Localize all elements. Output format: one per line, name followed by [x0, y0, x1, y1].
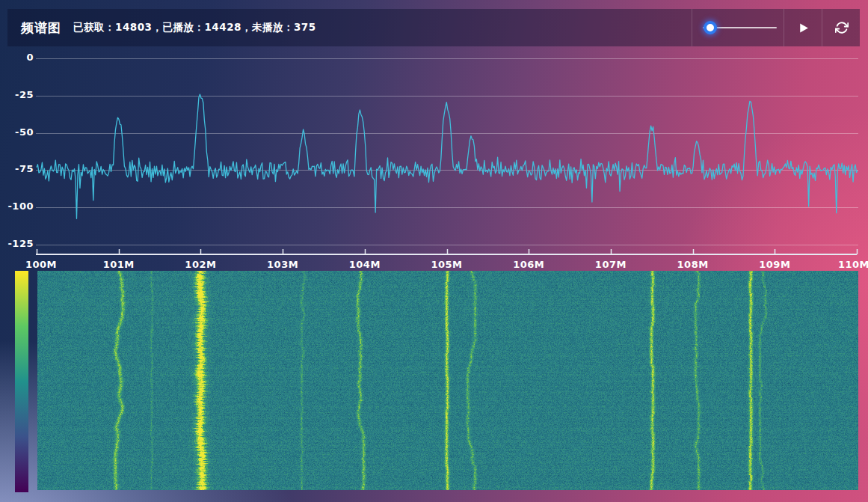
slider-cell: [692, 9, 784, 46]
x-axis-tick-label: 107M: [588, 259, 633, 270]
refresh-button[interactable]: [822, 9, 861, 46]
playback-slider[interactable]: [703, 27, 777, 28]
header-bar: 频谱图 已获取：14803，已播放：14428，未播放：375: [7, 9, 860, 46]
colorbar: [15, 271, 28, 492]
x-axis-tick-label: 104M: [342, 259, 387, 270]
play-cell: [784, 9, 822, 46]
x-axis-tick-label: 101M: [96, 259, 141, 270]
play-icon: [797, 22, 810, 34]
refresh-cell: [822, 9, 861, 46]
x-axis-tick-label: 102M: [178, 259, 223, 270]
playback-stats: 已获取：14803，已播放：14428，未播放：375: [73, 21, 316, 34]
x-axis-tick-label: 106M: [506, 259, 551, 270]
spectrum-analyzer-page: 频谱图 已获取：14803，已播放：14428，未播放：375: [0, 0, 868, 502]
y-axis-tick-label: -100: [0, 201, 34, 212]
x-axis-tick-label: 100M: [19, 259, 64, 270]
x-axis-tick-label: 103M: [260, 259, 305, 270]
x-axis-tick-label: 109M: [752, 259, 797, 270]
y-axis-tick-label: -75: [0, 163, 34, 174]
y-axis-tick-label: -25: [0, 89, 34, 100]
x-axis-tick-label: 108M: [671, 259, 715, 270]
play-button[interactable]: [784, 9, 822, 46]
page-title: 频谱图: [21, 19, 61, 37]
waterfall-canvas: [37, 271, 858, 490]
y-axis-tick-label: -125: [0, 238, 34, 249]
x-axis-tick-label: 105M: [425, 259, 470, 270]
x-axis-tick-label: 110M: [831, 259, 868, 270]
refresh-icon: [835, 21, 849, 34]
y-axis-tick-label: -50: [0, 126, 34, 138]
y-axis-tick-label: 0: [0, 52, 34, 63]
slider-knob[interactable]: [704, 21, 717, 34]
spectrum-chart-canvas: [36, 52, 858, 259]
